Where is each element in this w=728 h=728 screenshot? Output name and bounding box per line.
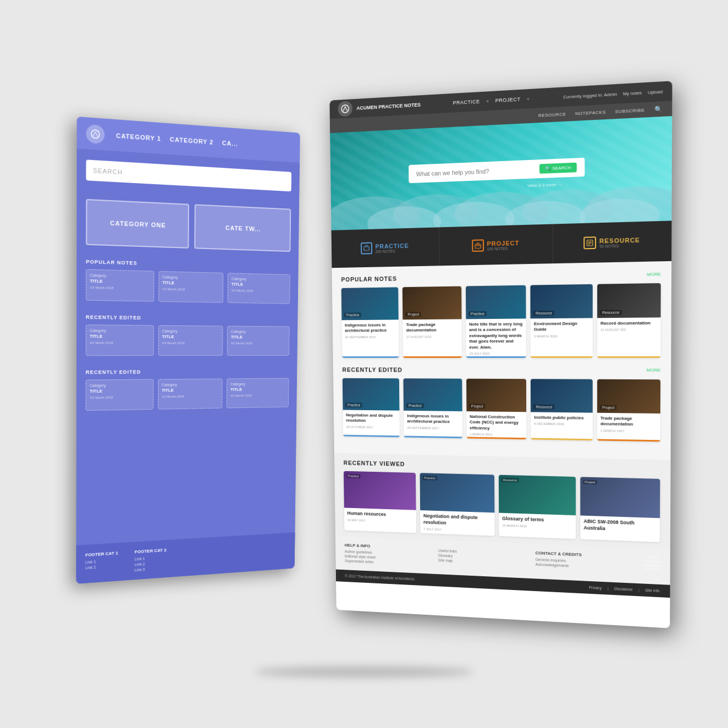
recently-card-4-date: 6 DECEMBER 2016 <box>534 422 589 426</box>
back-search-bar[interactable]: SEARCH <box>86 159 291 191</box>
recently-card-4-title: Institute public policies <box>534 415 589 421</box>
front-cat-practice[interactable]: PRACTICE 200 NOTES <box>332 227 440 268</box>
hero-search-input[interactable] <box>416 166 535 177</box>
back-card[interactable]: Category TITLE XX Month 2018 <box>158 271 224 303</box>
popular-card-1-title: Indigenous issues in architectural pract… <box>345 322 396 334</box>
popular-card-5[interactable]: Resource Record documentation 11 AUGUST … <box>597 283 661 358</box>
front-subnav-resource[interactable]: RESOURCE <box>538 111 566 118</box>
back-nav: CATEGORY 1 CATEGORY 2 CA... <box>116 132 238 147</box>
aia-logo: AustralianInstitute ofArchitects <box>637 554 660 572</box>
search-icon[interactable]: 🔍 <box>654 105 663 113</box>
recently-card-3[interactable]: Project National Construction Code (NCC)… <box>466 379 527 440</box>
back-card[interactable]: Category TITLE XX Month 2018 <box>227 326 290 356</box>
popular-card-4-tag: Resource <box>533 311 554 316</box>
popular-card-2-tag: Project <box>405 312 421 317</box>
front-logo-text: ACUMEN PRACTICE NOTES <box>356 102 421 111</box>
popular-card-5-bar <box>597 356 661 358</box>
recently-card-2-img: Practice <box>404 378 462 411</box>
back-card[interactable]: Category TITLE XX Month 2018 <box>228 273 290 304</box>
recently-more[interactable]: MORE <box>647 368 660 373</box>
front-cat-resource[interactable]: RESOURCE 50 NOTES <box>553 220 672 263</box>
front-cat-project[interactable]: PROJECT 100 NOTES <box>439 224 553 266</box>
recently-card-5-title: Trade package documentation <box>600 416 657 428</box>
footer-disclaimer[interactable]: Disclaimer <box>614 587 633 592</box>
recently-card-2[interactable]: Practice Indigenous issues in architectu… <box>404 378 462 438</box>
recently-card-1-tag: Practice <box>345 402 362 407</box>
back-footer-link[interactable]: Link 3 <box>135 566 167 572</box>
footer-legal-links: Privacy | Disclaimer | Site info <box>589 585 660 592</box>
front-hero: 🔍 SEARCH View 2-3 more → <box>330 116 672 230</box>
svg-rect-12 <box>475 245 481 249</box>
back-popular-cards: Category TITLE XX Month 2018 Category TI… <box>86 269 290 304</box>
popular-card-2-img: Project <box>402 286 461 320</box>
popular-cards-row: Practice Indigenous issues in architectu… <box>341 283 661 358</box>
back-screen: CATEGORY 1 CATEGORY 2 CA... SEARCH CATEG… <box>76 117 300 584</box>
back-card[interactable]: Category TITLE XX Month 2018 <box>227 378 289 408</box>
viewed-section-header: RECENTLY VIEWED <box>344 460 660 473</box>
popular-card-3[interactable]: Practice Note title that is very long an… <box>466 285 526 358</box>
popular-card-4-title: Environment Design Guide <box>534 321 589 333</box>
viewed-card-4[interactable]: Project ABIC SW-2008 South Australia <box>580 477 660 542</box>
recently-card-2-tag: Practice <box>406 403 424 408</box>
front-nav-practice[interactable]: PRACTICE <box>453 98 480 106</box>
front-my-notes[interactable]: My notes <box>623 90 642 96</box>
practice-count: 200 NOTES <box>376 249 409 253</box>
popular-card-1[interactable]: Practice Indigenous issues in architectu… <box>341 287 399 358</box>
front-subnav-notepacks[interactable]: NOTEPACKS <box>575 109 606 116</box>
back-footer-link[interactable]: Link 2 <box>85 564 118 570</box>
front-user-area: Currently logged in: Admin My notes Uplo… <box>563 89 663 99</box>
hero-search-button[interactable]: 🔍 SEARCH <box>539 163 577 174</box>
back-nav-item-3[interactable]: CA... <box>222 139 238 147</box>
popular-card-4[interactable]: Resource Environment Design Guide 3 MARC… <box>531 284 593 358</box>
recently-section-header: RECENTLY EDITED MORE <box>343 366 661 373</box>
recently-card-4[interactable]: Resource Institute public policies 6 DEC… <box>531 379 592 440</box>
popular-card-3-tag: Practice <box>468 311 487 316</box>
back-cat-box-1[interactable]: CATEGORY ONE <box>86 199 189 249</box>
back-nav-item-1[interactable]: CATEGORY 1 <box>116 132 161 142</box>
popular-card-4-img: Resource <box>531 284 593 319</box>
viewed-card-1[interactable]: Practice Human resources 19 MAY 2017 <box>344 471 416 533</box>
back-footer-link[interactable]: Link 1 <box>135 555 167 561</box>
back-card[interactable]: Category TITLE XX Month 2018 <box>158 325 223 356</box>
front-subnav-subscribe[interactable]: SUBSCRIBE <box>615 107 645 114</box>
back-card[interactable]: Category TITLE XX Month 2018 <box>158 378 223 409</box>
viewed-card-2[interactable]: Practice Negotiation and dispute resolut… <box>420 473 495 536</box>
footer-col-1: HELP & INFO Author guidelines Editorial … <box>345 543 428 567</box>
back-popular-section: POPULAR NOTES Category TITLE XX Month 20… <box>76 253 299 312</box>
back-cat-box-2[interactable]: CATE TW... <box>194 204 291 252</box>
back-nav-item-2[interactable]: CATEGORY 2 <box>170 136 213 146</box>
recently-card-1[interactable]: Practice Negotiation and dispute resolut… <box>343 378 400 438</box>
recently-title: RECENTLY EDITED <box>343 366 402 373</box>
resource-icon <box>583 236 596 249</box>
recently-card-1-img: Practice <box>343 378 400 411</box>
back-card[interactable]: Category TITLE XX Month 2018 <box>86 379 153 411</box>
recently-card-5-img: Project <box>597 379 660 413</box>
recently-card-5[interactable]: Project Trade package documentation 1 MA… <box>597 379 661 442</box>
viewed-card-3-title: Glossary of terms <box>502 516 572 525</box>
back-footer-link[interactable]: Link 1 <box>85 558 118 564</box>
recently-card-4-bar <box>531 438 593 440</box>
back-header: CATEGORY 1 CATEGORY 2 CA... <box>77 117 300 163</box>
front-upload[interactable]: Upload <box>648 89 663 95</box>
popular-card-2[interactable]: Project Trade package documentation 27 A… <box>402 286 462 358</box>
viewed-card-1-img: Practice <box>344 471 416 510</box>
viewed-card-1-tag: Practice <box>346 474 361 478</box>
recently-card-1-bar <box>343 435 400 438</box>
recently-cards-row: Practice Negotiation and dispute resolut… <box>343 378 660 442</box>
viewed-title: RECENTLY VIEWED <box>344 460 405 467</box>
popular-more[interactable]: MORE <box>647 272 661 277</box>
svg-point-0 <box>91 130 100 139</box>
viewed-card-2-date: 7 JULY 2017 <box>423 527 492 533</box>
back-card[interactable]: Category TITLE XX Month 2018 <box>86 324 154 356</box>
viewed-card-3-date: 15 MARCH 2015 <box>502 523 572 529</box>
front-nav-links: PRACTICE ▾ PROJECT ▾ <box>453 96 530 106</box>
scene: CATEGORY 1 CATEGORY 2 CA... SEARCH CATEG… <box>62 62 666 666</box>
footer-site-info[interactable]: Site info <box>645 588 659 592</box>
front-nav-project[interactable]: PROJECT <box>495 96 521 103</box>
viewed-card-3[interactable]: Resource Glossary of terms 15 MARCH 2015 <box>499 475 576 539</box>
popular-card-3-bar <box>466 356 526 358</box>
back-footer-link[interactable]: Link 2 <box>135 561 167 567</box>
back-categories: CATEGORY ONE CATE TW... <box>76 190 299 260</box>
back-card[interactable]: Category TITLE XX Month 2018 <box>86 269 154 301</box>
footer-privacy[interactable]: Privacy <box>589 585 602 589</box>
